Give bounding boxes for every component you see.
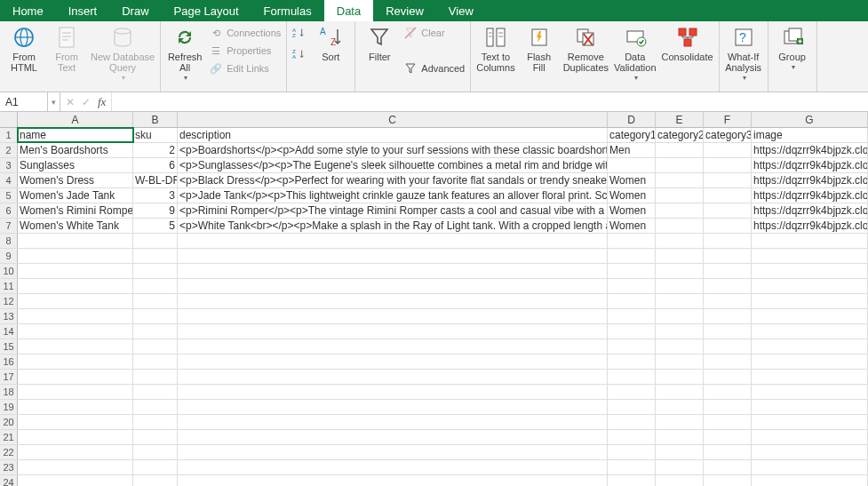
cell[interactable]	[178, 355, 608, 369]
cell[interactable]	[178, 460, 608, 474]
cell[interactable]	[18, 475, 133, 486]
flash-fill-button[interactable]: Flash Fill	[521, 25, 558, 73]
cell[interactable]	[656, 188, 704, 203]
cell[interactable]	[18, 400, 133, 414]
cell[interactable]: https://dqzrr9k4bjpzk.clo	[752, 219, 868, 233]
cell[interactable]	[608, 158, 656, 172]
cell[interactable]	[752, 445, 868, 459]
fx-icon[interactable]: fx	[98, 95, 106, 109]
cell[interactable]	[752, 355, 868, 369]
cell[interactable]: 2	[133, 143, 178, 157]
cell[interactable]	[178, 264, 608, 278]
tab-review[interactable]: Review	[373, 0, 436, 21]
cell[interactable]: sku	[133, 128, 178, 142]
cell[interactable]: <p>Jade Tank</p><p>This lightweight crin…	[178, 188, 608, 203]
cell[interactable]	[704, 400, 752, 414]
sort-asc-button[interactable]: AZ	[292, 25, 307, 41]
cell[interactable]	[178, 309, 608, 323]
consolidate-button[interactable]: Consolidate	[662, 25, 713, 62]
cell[interactable]	[608, 309, 656, 323]
row-header[interactable]: 18	[0, 385, 18, 399]
cell[interactable]	[133, 355, 178, 369]
cell[interactable]	[18, 355, 133, 369]
cell[interactable]	[704, 294, 752, 308]
cell[interactable]: https://dqzrr9k4bjpzk.clo	[752, 173, 868, 187]
cell[interactable]	[656, 203, 704, 218]
cell[interactable]	[752, 309, 868, 323]
cell[interactable]	[18, 294, 133, 308]
row-header[interactable]: 22	[0, 445, 18, 459]
cell[interactable]	[656, 249, 704, 263]
row-header[interactable]: 21	[0, 430, 18, 444]
from-html-button[interactable]: From HTML	[5, 25, 43, 73]
cell[interactable]	[752, 460, 868, 474]
cell[interactable]	[133, 445, 178, 459]
cell[interactable]	[704, 385, 752, 399]
cell[interactable]	[656, 460, 704, 474]
clear-filter-button[interactable]: Clear	[403, 25, 465, 41]
cell[interactable]	[656, 445, 704, 459]
cell[interactable]	[704, 475, 752, 486]
cell[interactable]: name	[18, 128, 133, 142]
cell[interactable]	[133, 400, 178, 414]
what-if-analysis-button[interactable]: ? What-If Analysis ▾	[725, 25, 762, 83]
cell[interactable]	[178, 279, 608, 293]
cell[interactable]	[133, 249, 178, 263]
cell[interactable]	[656, 385, 704, 399]
cell[interactable]	[608, 355, 656, 369]
cell[interactable]	[704, 460, 752, 474]
cell[interactable]: description	[178, 128, 608, 142]
cell[interactable]: https://dqzrr9k4bjpzk.clo	[752, 158, 868, 172]
cell[interactable]: <p>Black Dress</p><p>Perfect for wearing…	[178, 173, 608, 187]
cell[interactable]	[704, 415, 752, 429]
cell[interactable]	[133, 294, 178, 308]
cell[interactable]: https://dqzrr9k4bjpzk.clo	[752, 143, 868, 157]
cell[interactable]	[18, 279, 133, 293]
filter-button[interactable]: Filter	[361, 25, 398, 62]
row-header[interactable]: 2	[0, 143, 18, 157]
cell[interactable]	[133, 339, 178, 354]
cell[interactable]	[18, 234, 133, 248]
cell[interactable]	[18, 249, 133, 263]
cell[interactable]	[608, 430, 656, 444]
row-header[interactable]: 17	[0, 370, 18, 384]
column-header[interactable]: A	[18, 112, 133, 127]
cell[interactable]	[178, 385, 608, 399]
cell[interactable]	[608, 249, 656, 263]
cell[interactable]: 6	[133, 158, 178, 172]
cell[interactable]: <p>White Tank<br></p><p>Make a splash in…	[178, 219, 608, 233]
tab-home[interactable]: Home	[0, 0, 56, 21]
cell[interactable]	[133, 324, 178, 339]
cell[interactable]	[18, 445, 133, 459]
row-header[interactable]: 19	[0, 400, 18, 414]
cell[interactable]: <p>Sunglasses</p><p>The Eugene's sleek s…	[178, 158, 608, 172]
cell[interactable]	[133, 264, 178, 278]
text-to-columns-button[interactable]: Text to Columns	[476, 25, 514, 73]
row-header[interactable]: 16	[0, 355, 18, 369]
row-header[interactable]: 15	[0, 339, 18, 354]
cell[interactable]: <p>Rimini Romper</p><p>The vintage Rimin…	[178, 203, 608, 218]
row-header[interactable]: 10	[0, 264, 18, 278]
cell[interactable]: Sunglasses	[18, 158, 133, 172]
cell[interactable]: Women	[608, 188, 656, 203]
row-header[interactable]: 12	[0, 294, 18, 308]
cell[interactable]	[752, 370, 868, 384]
cell[interactable]	[752, 324, 868, 339]
group-button[interactable]: Group ▾	[774, 25, 811, 72]
cell[interactable]	[656, 234, 704, 248]
cell[interactable]	[18, 264, 133, 278]
cell[interactable]: category2	[656, 128, 704, 142]
cell[interactable]	[608, 415, 656, 429]
row-header[interactable]: 9	[0, 249, 18, 263]
row-header[interactable]: 23	[0, 460, 18, 474]
cell[interactable]	[608, 370, 656, 384]
cell[interactable]	[18, 430, 133, 444]
cell[interactable]	[18, 309, 133, 323]
cell[interactable]	[178, 415, 608, 429]
cell[interactable]	[656, 355, 704, 369]
cell[interactable]	[704, 188, 752, 203]
cell[interactable]	[704, 445, 752, 459]
cell[interactable]	[133, 460, 178, 474]
cell[interactable]	[752, 400, 868, 414]
cell[interactable]: Women	[608, 219, 656, 233]
